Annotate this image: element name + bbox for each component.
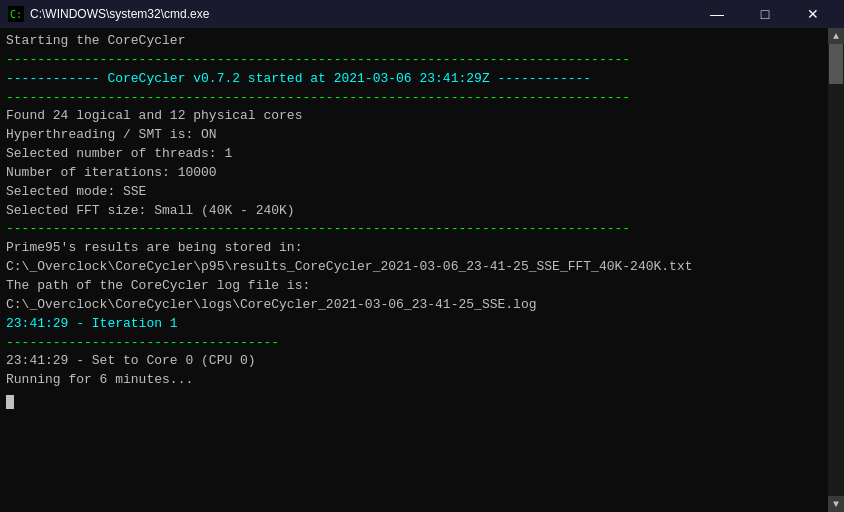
console-line: ----------------------------------- [6,334,838,353]
title-bar: C: C:\WINDOWS\system32\cmd.exe — □ ✕ [0,0,844,28]
title-bar-controls: — □ ✕ [694,0,836,28]
scrollbar-thumb[interactable] [829,44,843,84]
console-line: Selected mode: SSE [6,183,838,202]
svg-text:C:: C: [10,9,22,20]
window-title: C:\WINDOWS\system32\cmd.exe [30,7,209,21]
console-line: Found 24 logical and 12 physical cores [6,107,838,126]
title-bar-left: C: C:\WINDOWS\system32\cmd.exe [8,6,209,22]
console-content: Starting the CoreCycler-----------------… [6,32,838,409]
scroll-down-arrow[interactable]: ▼ [828,496,844,512]
console-line: C:\_Overclock\CoreCycler\p95\results_Cor… [6,258,838,277]
cursor [6,395,14,409]
console-line: The path of the CoreCycler log file is: [6,277,838,296]
console-line: Hyperthreading / SMT is: ON [6,126,838,145]
cmd-icon: C: [8,6,24,22]
close-button[interactable]: ✕ [790,0,836,28]
console-line [6,390,838,409]
console-line: Running for 6 minutes... [6,371,838,390]
console-line: ----------------------------------------… [6,51,838,70]
console-line: Number of iterations: 10000 [6,164,838,183]
console-line: Selected number of threads: 1 [6,145,838,164]
scrollbar-track[interactable] [828,44,844,496]
maximize-button[interactable]: □ [742,0,788,28]
window: C: C:\WINDOWS\system32\cmd.exe — □ ✕ Sta… [0,0,844,512]
scrollbar[interactable]: ▲ ▼ [828,28,844,512]
scroll-up-arrow[interactable]: ▲ [828,28,844,44]
console-line: 23:41:29 - Set to Core 0 (CPU 0) [6,352,838,371]
console-line: C:\_Overclock\CoreCycler\logs\CoreCycler… [6,296,838,315]
minimize-button[interactable]: — [694,0,740,28]
console-line: ----------------------------------------… [6,220,838,239]
console-line: Starting the CoreCycler [6,32,838,51]
console-line: Selected FFT size: Small (40K - 240K) [6,202,838,221]
console-area: Starting the CoreCycler-----------------… [0,28,844,512]
console-line: ----------------------------------------… [6,89,838,108]
console-line: ------------ CoreCycler v0.7.2 started a… [6,70,838,89]
console-line: Prime95's results are being stored in: [6,239,838,258]
console-line: 23:41:29 - Iteration 1 [6,315,838,334]
